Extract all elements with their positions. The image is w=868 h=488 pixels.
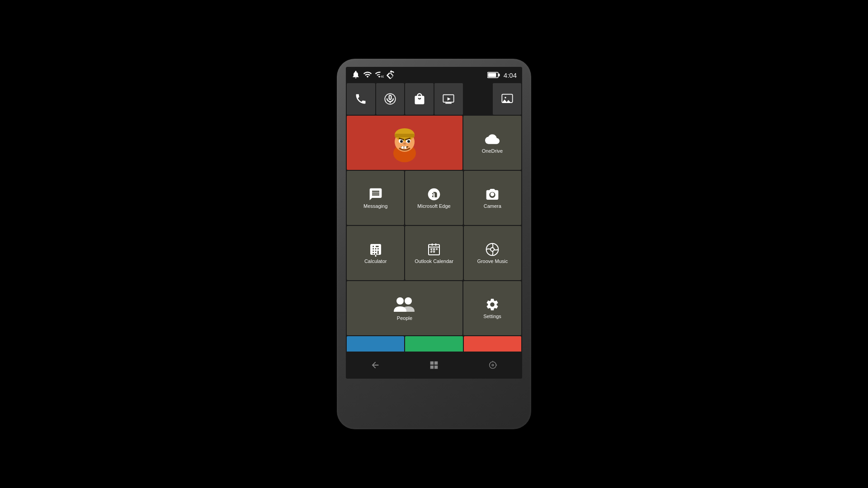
onedrive-label: OneDrive: [482, 148, 503, 154]
back-button[interactable]: [364, 356, 387, 374]
quick-cortana-button[interactable]: [376, 83, 405, 115]
messaging-label: Messaging: [363, 203, 387, 209]
svg-rect-20: [404, 146, 406, 149]
svg-rect-29: [436, 248, 438, 250]
svg-rect-28: [433, 248, 435, 250]
wifi-icon: [363, 70, 372, 80]
svg-rect-30: [430, 251, 432, 253]
calculator-tile[interactable]: Calculator: [347, 226, 404, 280]
groove-music-tile[interactable]: Groove Music: [464, 226, 521, 280]
signal-icon: 4G: [375, 70, 384, 80]
status-right: 4:04: [487, 71, 517, 79]
svg-point-16: [400, 140, 403, 143]
svg-point-34: [396, 297, 404, 305]
camera-tile[interactable]: Camera: [464, 171, 521, 225]
home-button[interactable]: [423, 356, 445, 374]
battery-icon: [487, 72, 500, 78]
quick-empty-slot: [464, 83, 492, 115]
quick-media-button[interactable]: [434, 83, 463, 115]
svg-rect-27: [430, 248, 432, 250]
svg-rect-24: [435, 244, 437, 246]
microsoft-edge-tile[interactable]: e Microsoft Edge: [405, 171, 462, 225]
outlook-calendar-tile[interactable]: O| Outlook Calendar: [405, 226, 462, 280]
quick-launch-row: [346, 83, 522, 115]
svg-rect-31: [433, 251, 435, 253]
screen-rotation-icon: [387, 70, 396, 80]
green-tile[interactable]: [405, 336, 462, 352]
svg-rect-3: [488, 73, 496, 77]
settings-label: Settings: [483, 314, 501, 319]
people-tile[interactable]: People: [347, 281, 462, 335]
clash-of-clans-tile[interactable]: [347, 116, 462, 170]
calculator-label: Calculator: [364, 258, 387, 264]
phone-device: 4G 4:04: [337, 59, 531, 429]
svg-point-37: [492, 364, 494, 366]
svg-point-9: [505, 97, 506, 99]
svg-marker-6: [448, 98, 451, 101]
status-bar: 4G 4:04: [346, 67, 522, 83]
svg-text:4G: 4G: [381, 74, 384, 78]
blue-tile[interactable]: [347, 336, 404, 352]
svg-text:e: e: [430, 191, 434, 199]
edge-label: Microsoft Edge: [417, 203, 450, 209]
time-display: 4:04: [504, 71, 517, 79]
onedrive-tile[interactable]: OneDrive: [463, 116, 521, 170]
phone-screen: 4G 4:04: [346, 67, 522, 379]
red-tile[interactable]: [464, 336, 521, 352]
bottom-nav: [346, 352, 522, 379]
svg-point-18: [403, 143, 406, 145]
svg-rect-2: [498, 74, 500, 76]
messaging-tile[interactable]: Messaging: [347, 171, 404, 225]
svg-point-36: [490, 362, 496, 369]
svg-point-33: [491, 248, 494, 251]
groove-music-label: Groove Music: [477, 258, 508, 264]
tile-row-4: People Settings: [347, 281, 521, 335]
outlook-calendar-label: Outlook Calendar: [415, 258, 453, 264]
notification-icon: [351, 70, 360, 80]
svg-rect-13: [395, 134, 415, 137]
quick-store-button[interactable]: [405, 83, 434, 115]
status-icons: 4G: [351, 70, 396, 80]
tile-row-5: [347, 336, 521, 352]
search-button[interactable]: [481, 356, 504, 374]
svg-point-17: [407, 140, 410, 143]
camera-label: Camera: [484, 203, 501, 209]
settings-tile[interactable]: Settings: [463, 281, 521, 335]
quick-photos-button[interactable]: [493, 83, 521, 115]
people-label: People: [397, 315, 412, 321]
svg-rect-7: [445, 103, 452, 103]
tile-row-1: OneDrive: [347, 116, 521, 170]
tiles-area: OneDrive Messaging e Microsoft Edge: [346, 115, 522, 352]
quick-phone-button[interactable]: [347, 83, 375, 115]
svg-point-35: [405, 297, 412, 305]
tile-row-2: Messaging e Microsoft Edge Camera: [347, 171, 521, 225]
svg-rect-23: [432, 244, 433, 246]
svg-point-32: [486, 244, 499, 256]
tile-row-3: Calculator O|: [347, 226, 521, 280]
svg-rect-19: [401, 146, 404, 149]
